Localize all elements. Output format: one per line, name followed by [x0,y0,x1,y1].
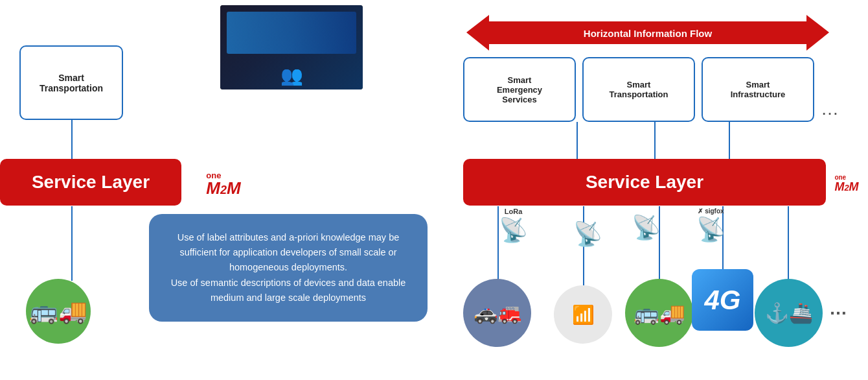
service-box-infrastructure: SmartInfrastructure [702,57,814,122]
smart-transport-label-left: SmartTransportation [40,73,103,93]
one-m2m-logo-right: one M2M [830,167,863,200]
smart-transport-box-left: SmartTransportation [19,45,123,120]
more-services-dots: … [821,57,839,122]
info-text: Use of label attributes and a-priori kno… [171,232,406,303]
bus-circle-left: 🚌🚚 [26,279,91,344]
cell-tower: 📡 [632,214,661,241]
arrow-right-head [806,15,829,51]
cell-tower-icon: 📡 [632,214,661,241]
police-circle: 🚓🚒 [463,279,531,347]
4g-badge: 4G [692,269,753,331]
control-room-person-icon: 👥 [280,65,303,86]
wifi-circle: 📶 [554,285,612,344]
conn-transport [654,122,656,159]
arrow-text: Horizontal Information Flow [584,27,712,38]
4g-label: 4G [704,285,740,316]
lora-tower: LoRa 📡 [499,208,528,244]
bus-circle-right: 🚌🚚 [625,279,693,347]
horizontal-arrow: Horizontal Information Flow [466,12,829,54]
sigfox-tower-icon: 📡 [696,216,725,243]
right-section: Horizontal Information Flow SmartEmergen… [453,0,868,380]
connector-line-top-left [71,120,73,159]
wifi-tower-icon: 📡 [573,220,602,248]
info-box: Use of label attributes and a-priori kno… [149,214,428,322]
lora-tower-icon: 📡 [499,217,528,244]
one-m2m-logo-left: one M2M [191,167,256,200]
service-box-transportation: SmartTransportation [582,57,695,122]
sigfox-label: ✗ sigfox [696,208,725,215]
lora-label: LoRa [499,208,528,215]
wifi-icon: 📶 [572,304,595,326]
transportation-label: SmartTransportation [609,80,668,99]
service-layer-left: Service Layer [0,159,181,206]
control-room-image: 👥 [220,5,363,89]
conn-infra [729,122,730,159]
more-icons-dots: … [829,298,847,319]
emergency-label: SmartEmergencyServices [497,75,542,104]
service-boxes-row: SmartEmergencyServices SmartTransportati… [463,57,839,122]
connector-line-bottom-left [71,206,73,281]
sigfox-tower: ✗ sigfox 📡 [696,208,725,243]
service-layer-right: Service Layer [463,159,826,206]
service-layer-label-left: Service Layer [32,172,150,193]
service-layer-label-right: Service Layer [586,172,703,193]
infrastructure-label: SmartInfrastructure [731,80,786,99]
service-box-emergency: SmartEmergencyServices [463,57,576,122]
conn-down-2 [583,206,584,291]
ship-circle: ⚓🚢 [755,279,823,347]
conn-emergency [577,122,578,159]
arrow-shape: Horizontal Information Flow [466,15,829,51]
control-room-bg: 👥 [220,5,363,89]
conn-down-5 [788,206,789,281]
wifi-tower: 📡 [573,220,602,248]
